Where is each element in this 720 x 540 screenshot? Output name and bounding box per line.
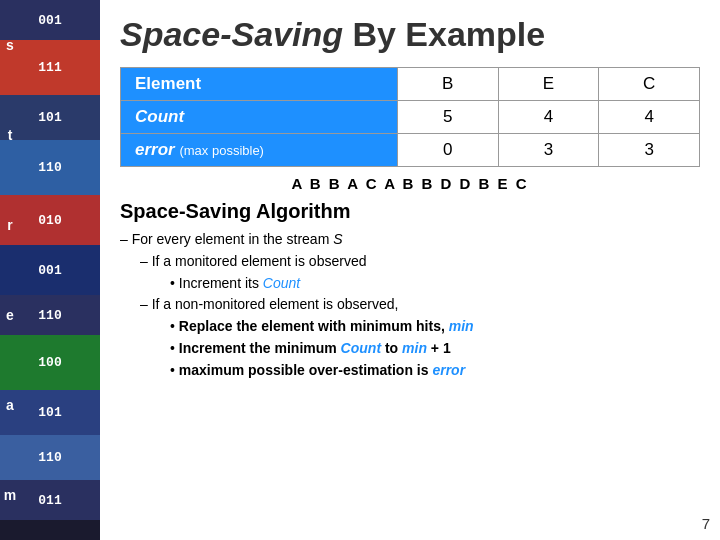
cell-error-b: 0 <box>397 134 498 167</box>
min-ref-2: min <box>402 340 427 356</box>
cell-count-e: 4 <box>498 101 599 134</box>
table-row-error: error (max possible) 0 3 3 <box>121 134 700 167</box>
sidebar-block: 110 <box>0 140 100 195</box>
count-ref-1: Count <box>263 275 300 291</box>
sidebar-block: 110 <box>0 435 100 480</box>
title-normal: By Example <box>343 15 545 53</box>
algorithm-content: – For every element in the stream S – If… <box>120 229 700 381</box>
algo-line-4: – If a non-monitored element is observed… <box>140 294 700 316</box>
sidebar-block: 111 <box>0 40 100 95</box>
cell-count-b: 5 <box>397 101 498 134</box>
cell-error-label: error (max possible) <box>121 134 398 167</box>
header-element: Element <box>121 68 398 101</box>
sidebar-block: 001 <box>0 0 100 40</box>
cell-count-label: Count <box>121 101 398 134</box>
error-sub: (max possible) <box>179 143 264 158</box>
algo-line-2: – If a monitored element is observed <box>140 251 700 273</box>
sidebar-block: 110 <box>0 295 100 335</box>
header-c: C <box>599 68 700 101</box>
table-row-count: Count 5 4 4 <box>121 101 700 134</box>
table-row-header: Element B E C <box>121 68 700 101</box>
slide-title: Space-Saving By Example <box>120 16 700 53</box>
sequence-display: A B B A C A B B D D B E C <box>120 175 700 192</box>
data-table: Element B E C Count 5 4 4 error (max pos… <box>120 67 700 167</box>
count-ref-2: Count <box>341 340 381 356</box>
page-number: 7 <box>702 515 710 532</box>
sidebar-block: 010 <box>0 195 100 245</box>
sidebar: 001111101110010001110100101110011 <box>0 0 100 540</box>
algo-line-3: • Increment its Count <box>170 273 700 295</box>
header-b: B <box>397 68 498 101</box>
sidebar-block: 101 <box>0 390 100 435</box>
algorithm-title: Space-Saving Algorithm <box>120 200 700 223</box>
algo-line-5: • Replace the element with minimum hits,… <box>170 316 700 338</box>
cell-error-e: 3 <box>498 134 599 167</box>
algo-title-normal: Algorithm <box>251 200 350 222</box>
main-content: Space-Saving By Example Element B E C Co… <box>100 0 720 540</box>
sidebar-block: 001 <box>0 245 100 295</box>
algo-line-1: – For every element in the stream S <box>120 229 700 251</box>
sidebar-block: 100 <box>0 335 100 390</box>
algo-title-italic: Space-Saving <box>120 200 251 222</box>
sidebar-block: 011 <box>0 480 100 520</box>
error-ref: error <box>432 362 465 378</box>
cell-error-c: 3 <box>599 134 700 167</box>
cell-count-c: 4 <box>599 101 700 134</box>
algo-line-6: • Increment the minimum Count to min + 1 <box>170 338 700 360</box>
min-ref-1: min <box>449 318 474 334</box>
error-word: error <box>135 140 175 159</box>
header-e: E <box>498 68 599 101</box>
sidebar-block: 101 <box>0 95 100 140</box>
algo-line-7: • maximum possible over-estimation is er… <box>170 360 700 382</box>
title-italic: Space-Saving <box>120 15 343 53</box>
example-table: Element B E C Count 5 4 4 error (max pos… <box>120 67 700 167</box>
